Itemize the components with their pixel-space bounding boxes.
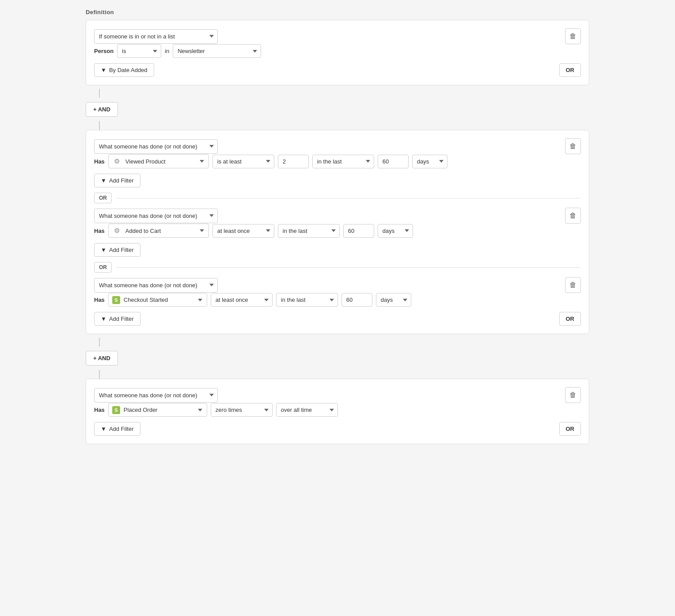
- block2-row1-definition-select[interactable]: What someone has done (or not done): [94, 139, 218, 154]
- block2-has-label2: Has: [94, 228, 105, 234]
- block2-event-wrapper1: ⚙ Viewed Product: [108, 154, 209, 168]
- block1-list-select[interactable]: Newsletter: [173, 44, 261, 58]
- block1-person-is-select[interactable]: is: [117, 44, 161, 58]
- block3-event-select[interactable]: Placed Order: [124, 405, 203, 414]
- block2-filter-row2: ▼ Add Filter: [94, 243, 581, 257]
- filter-icon: ▼: [101, 316, 106, 322]
- block2-days-input1[interactable]: [378, 155, 409, 168]
- block2-timerange-select3[interactable]: in the last: [276, 293, 338, 307]
- delete-icon: 🗑: [569, 281, 576, 289]
- block2-frequency-select1[interactable]: is at least: [212, 155, 274, 168]
- block3-timerange-select[interactable]: over all time: [276, 403, 338, 417]
- block2-add-filter-button2[interactable]: ▼ Add Filter: [94, 243, 140, 257]
- and2-button[interactable]: + AND: [86, 351, 118, 365]
- or-divider-line1: [116, 198, 581, 198]
- shopify-icon3: S: [112, 296, 120, 304]
- gear-icon2: ⚙: [112, 226, 122, 236]
- gear-icon1: ⚙: [112, 156, 122, 166]
- and2-wrapper-bottom: [86, 370, 589, 379]
- block2-has-row1: Has ⚙ Viewed Product is at least in the …: [94, 154, 581, 168]
- delete-icon: 🗑: [569, 391, 576, 399]
- block1-definition-select[interactable]: If someone is in or not in a list: [94, 29, 218, 44]
- block3-has-label: Has: [94, 407, 105, 413]
- block3-top-row: What someone has done (or not done) 🗑: [94, 387, 581, 403]
- or-divider1: OR: [94, 193, 581, 203]
- block1-or-button[interactable]: OR: [559, 63, 581, 77]
- block2-container: What someone has done (or not done) 🗑 Ha…: [86, 130, 589, 334]
- block2-filter-row1: ▼ Add Filter: [94, 174, 581, 187]
- block2-row3-definition-select[interactable]: What someone has done (or not done): [94, 278, 218, 293]
- block3-filter-row: ▼ Add Filter OR: [94, 422, 581, 436]
- block2-row3-delete-button[interactable]: 🗑: [565, 277, 581, 293]
- block1-top-row: If someone is in or not in a list 🗑: [94, 28, 581, 44]
- definition-label: Definition: [86, 9, 589, 15]
- or-divider-line2: [116, 267, 581, 268]
- block1-add-filter-button[interactable]: ▼ By Date Added: [94, 63, 154, 77]
- delete-icon: 🗑: [569, 32, 576, 40]
- block2-event-select2[interactable]: Added to Cart: [125, 226, 205, 236]
- block2-has-label3: Has: [94, 297, 105, 303]
- block2-row1-top: What someone has done (or not done) 🗑: [94, 138, 581, 154]
- block1-delete-button[interactable]: 🗑: [565, 28, 581, 44]
- block2-filter-row3: ▼ Add Filter OR: [94, 312, 581, 326]
- block2-event-wrapper2: ⚙ Added to Cart: [108, 224, 209, 238]
- or-divider-label2: OR: [94, 262, 112, 273]
- block3-event-wrapper: S Placed Order: [108, 403, 207, 417]
- filter-icon: ▼: [101, 177, 106, 184]
- block2-days-input2[interactable]: [343, 224, 374, 238]
- and1-button[interactable]: + AND: [86, 102, 118, 117]
- block2-event-select3[interactable]: Checkout Started: [124, 295, 203, 304]
- block2-has-row2: Has ⚙ Added to Cart at least once in the…: [94, 224, 581, 238]
- block3-has-row: Has S Placed Order zero times over all t…: [94, 403, 581, 417]
- shopify-icon-block3: S: [112, 406, 120, 414]
- or-divider2: OR: [94, 262, 581, 273]
- block2-timerange-select2[interactable]: in the last: [278, 224, 340, 238]
- block3-add-filter-button[interactable]: ▼ Add Filter: [94, 422, 140, 436]
- block2-add-filter-button3[interactable]: ▼ Add Filter: [94, 312, 140, 326]
- block3-definition-select[interactable]: What someone has done (or not done): [94, 388, 218, 403]
- block2-days-unit-select1[interactable]: days: [412, 155, 447, 168]
- block2-days-unit-select3[interactable]: days: [376, 293, 411, 307]
- delete-icon: 🗑: [569, 142, 576, 150]
- filter-icon: ▼: [101, 67, 106, 73]
- block2-or-button[interactable]: OR: [559, 312, 581, 326]
- block3-frequency-select[interactable]: zero times: [211, 403, 273, 417]
- block2-count-input1[interactable]: [278, 155, 309, 168]
- and1-wrapper-bottom: [86, 121, 589, 130]
- filter-icon: ▼: [101, 247, 106, 253]
- page-container: Definition If someone is in or not in a …: [86, 9, 589, 444]
- and1-wrapper: [86, 89, 589, 98]
- block2-frequency-select2[interactable]: at least once: [212, 224, 274, 238]
- block1-in-label: in: [165, 48, 169, 54]
- block3-container: What someone has done (or not done) 🗑 Ha…: [86, 379, 589, 444]
- delete-icon: 🗑: [569, 212, 576, 220]
- block1-container: If someone is in or not in a list 🗑 Pers…: [86, 20, 589, 85]
- filter-icon: ▼: [101, 426, 106, 432]
- block2-row1-delete-button[interactable]: 🗑: [565, 138, 581, 154]
- block2-frequency-select3[interactable]: at least once: [211, 293, 273, 307]
- block1-person-row: Person is in Newsletter: [94, 44, 581, 58]
- block2-event-select1[interactable]: Viewed Product: [125, 157, 205, 166]
- block2-has-row3: Has S Checkout Started at least once in …: [94, 293, 581, 307]
- and2-wrapper: [86, 338, 589, 346]
- block2-row3-top: What someone has done (or not done) 🗑: [94, 277, 581, 293]
- block3-delete-button[interactable]: 🗑: [565, 387, 581, 403]
- block1-filter-row: ▼ By Date Added OR: [94, 63, 581, 77]
- block2-row2-delete-button[interactable]: 🗑: [565, 208, 581, 224]
- block2-row2-definition-select[interactable]: What someone has done (or not done): [94, 209, 218, 223]
- person-label: Person: [94, 48, 114, 54]
- block2-has-label1: Has: [94, 158, 105, 165]
- block2-days-input3[interactable]: [341, 293, 372, 307]
- block2-event-wrapper3: S Checkout Started: [108, 293, 207, 307]
- block2-row2-top: What someone has done (or not done) 🗑: [94, 208, 581, 224]
- or-divider-label1: OR: [94, 193, 112, 203]
- block2-timerange-select1[interactable]: in the last: [312, 155, 374, 168]
- block3-or-button[interactable]: OR: [559, 422, 581, 436]
- block2-add-filter-button1[interactable]: ▼ Add Filter: [94, 174, 140, 187]
- block2-days-unit-select2[interactable]: days: [378, 224, 413, 238]
